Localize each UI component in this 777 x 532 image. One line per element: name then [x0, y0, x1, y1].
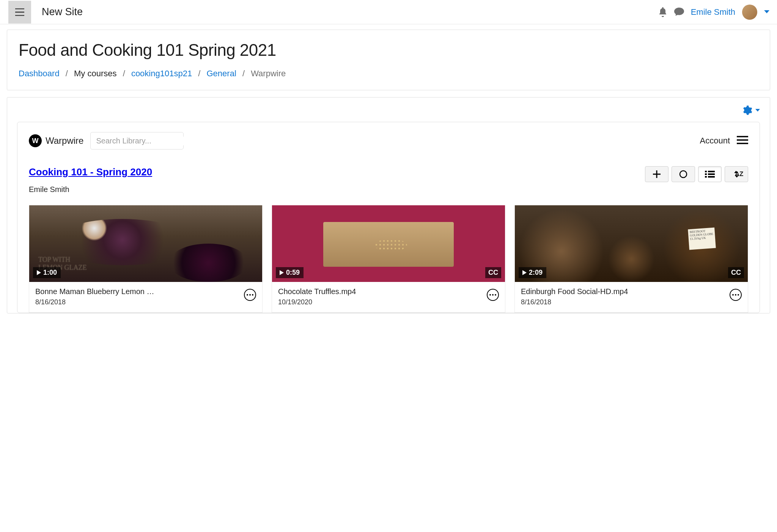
- video-date: 8/16/2018: [35, 298, 240, 306]
- breadcrumb-sep: /: [66, 69, 68, 78]
- video-thumbnail[interactable]: BEETROOT GOLDEN GLOBE £1.35/kg UK 2:09 C…: [515, 205, 748, 282]
- video-more-button[interactable]: [244, 289, 256, 301]
- more-icon: [489, 294, 496, 296]
- svg-rect-2: [705, 171, 707, 172]
- library-owner: Emile Smith: [29, 185, 748, 194]
- svg-rect-7: [708, 176, 715, 178]
- video-more-button[interactable]: [487, 289, 499, 301]
- breadcrumb-course[interactable]: cooking101sp21: [131, 69, 192, 78]
- site-title[interactable]: New Site: [42, 6, 83, 18]
- messages-button[interactable]: [674, 8, 684, 17]
- record-button[interactable]: [672, 166, 695, 182]
- toolbar: AZ: [645, 166, 748, 182]
- bell-icon: [658, 7, 667, 17]
- svg-rect-3: [708, 171, 715, 172]
- search-input-wrapper[interactable]: [90, 132, 184, 150]
- warpwire-header: W Warpwire Account: [29, 132, 748, 150]
- video-card[interactable]: 0:59 CC Chocolate Truffles.mp4 10/19/202…: [272, 205, 505, 313]
- video-title: Chocolate Truffles.mp4: [278, 287, 483, 296]
- play-icon: [37, 270, 41, 275]
- chat-icon: [674, 8, 684, 17]
- svg-point-1: [680, 171, 687, 178]
- cc-badge: CC: [728, 267, 744, 278]
- breadcrumb-section[interactable]: General: [207, 69, 236, 78]
- duration-badge: 2:09: [519, 267, 546, 278]
- course-header-card: Food and Cooking 101 Spring 2021 Dashboa…: [7, 30, 770, 90]
- breadcrumb-sep: /: [123, 69, 125, 78]
- caret-down-icon: [755, 109, 760, 112]
- warpwire-logo[interactable]: W Warpwire: [29, 134, 83, 147]
- breadcrumb-dashboard[interactable]: Dashboard: [19, 69, 60, 78]
- duration-badge: 1:00: [33, 267, 61, 278]
- content-card: W Warpwire Account Cooking 101 - Spring …: [7, 97, 770, 313]
- add-button[interactable]: [645, 166, 668, 182]
- video-card[interactable]: BEETROOT GOLDEN GLOBE £1.35/kg UK 2:09 C…: [514, 205, 748, 313]
- breadcrumb-sep: /: [198, 69, 200, 78]
- warpwire-panel: W Warpwire Account Cooking 101 - Spring …: [17, 122, 760, 313]
- plus-icon: [653, 170, 661, 178]
- warpwire-logo-icon: W: [29, 134, 42, 147]
- avatar[interactable]: [742, 5, 757, 20]
- warpwire-brand-text: Warpwire: [46, 135, 83, 146]
- sort-button[interactable]: AZ: [725, 166, 748, 182]
- search-input[interactable]: [96, 137, 192, 145]
- svg-rect-4: [705, 173, 707, 175]
- caret-down-icon: [735, 175, 739, 178]
- cc-badge: CC: [485, 267, 501, 278]
- caret-down-icon: [764, 10, 769, 14]
- settings-menu-button[interactable]: [742, 105, 760, 116]
- price-tag: BEETROOT GOLDEN GLOBE £1.35/kg UK: [688, 227, 716, 250]
- video-title: Edinburgh Food Social-HD.mp4: [521, 287, 726, 296]
- video-more-button[interactable]: [730, 289, 742, 301]
- video-thumbnail[interactable]: TOP WITH LEMON GLAZE 1:00: [29, 205, 262, 282]
- gear-icon: [742, 105, 752, 116]
- more-icon: [732, 294, 739, 296]
- video-date: 8/16/2018: [521, 298, 726, 306]
- caret-up-icon: [734, 171, 738, 173]
- circle-icon: [679, 170, 688, 179]
- list-view-button[interactable]: [698, 166, 722, 182]
- svg-rect-5: [708, 173, 715, 175]
- play-icon: [522, 270, 527, 275]
- topbar-right: Emile Smith: [658, 5, 769, 20]
- hamburger-icon: [15, 8, 24, 16]
- warpwire-menu-button[interactable]: [737, 136, 748, 146]
- breadcrumb-current: Warpwire: [251, 69, 286, 78]
- duration-badge: 0:59: [276, 267, 304, 278]
- video-date: 10/19/2020: [278, 298, 483, 306]
- hamburger-button[interactable]: [8, 1, 31, 24]
- play-icon: [280, 270, 284, 275]
- topbar: New Site Emile Smith: [0, 0, 777, 24]
- list-icon: [705, 171, 715, 178]
- video-card[interactable]: TOP WITH LEMON GLAZE 1:00 Bonne Maman Bl…: [29, 205, 263, 313]
- notifications-button[interactable]: [658, 7, 667, 17]
- user-menu-caret[interactable]: [764, 9, 769, 16]
- more-icon: [247, 294, 253, 296]
- video-title: Bonne Maman Blueberry Lemon …: [35, 287, 240, 296]
- page-title: Food and Cooking 101 Spring 2021: [19, 41, 758, 60]
- account-link[interactable]: Account: [700, 136, 730, 146]
- user-name-link[interactable]: Emile Smith: [691, 7, 735, 17]
- hamburger-icon: [737, 136, 748, 144]
- video-grid: TOP WITH LEMON GLAZE 1:00 Bonne Maman Bl…: [29, 205, 748, 313]
- video-thumbnail[interactable]: 0:59 CC: [272, 205, 505, 282]
- library-title-link[interactable]: Cooking 101 - Spring 2020: [29, 166, 152, 178]
- breadcrumb-sep: /: [242, 69, 245, 78]
- breadcrumb: Dashboard / My courses / cooking101sp21 …: [19, 69, 758, 79]
- svg-rect-6: [705, 176, 707, 178]
- breadcrumb-my-courses: My courses: [74, 69, 116, 78]
